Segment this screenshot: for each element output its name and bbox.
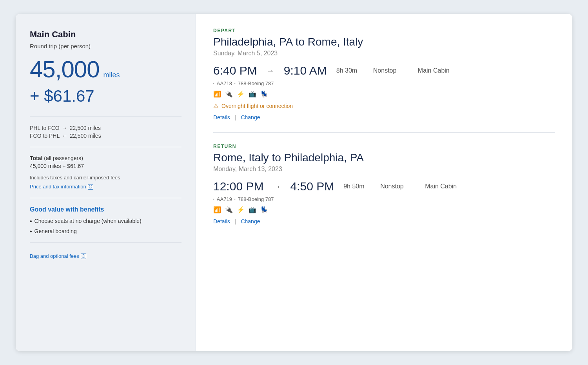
miles-label: miles (103, 71, 120, 79)
usb-icon: ⚡ (237, 90, 245, 98)
depart-tag: DEPART (213, 28, 555, 33)
return-action-links: Details | Change (213, 218, 555, 224)
return-section: RETURN Rome, Italy to Philadelphia, PA M… (213, 144, 555, 224)
depart-route-title: Philadelphia, PA to Rome, Italy (213, 36, 555, 48)
return-flight-number: AA719 (217, 196, 232, 202)
power-icon: 🔌 (225, 90, 233, 98)
return-change-link[interactable]: Change (241, 218, 260, 224)
depart-duration: 8h 30m (336, 67, 364, 74)
pipe-separator: | (235, 114, 236, 120)
depart-cabin: Main Cabin (418, 67, 450, 74)
depart-depart-time: 6:40 PM (213, 64, 257, 77)
return-details-link[interactable]: Details (213, 218, 230, 224)
price-tax-link[interactable]: Price and tax information ⬡ (30, 184, 93, 190)
outbound-miles: 22,500 miles (70, 125, 101, 131)
return-flight-info: ▪ AA719 ▪ 788-Boeing 787 (213, 196, 555, 202)
seat-icon: 💺 (260, 90, 268, 98)
return-entertainment-icon: 📺 (249, 206, 256, 214)
return-tag: RETURN (213, 144, 555, 149)
divider-1 (30, 117, 181, 117)
route-line-return: FCO to PHL ← 22,500 miles (30, 133, 181, 139)
cabin-title: Main Cabin (30, 29, 181, 40)
bag-fees-link[interactable]: Bag and optional fees ⬡ (30, 253, 86, 259)
route-breakdown: PHL to FCO → 22,500 miles FCO to PHL ← 2… (30, 125, 181, 139)
return-seat-icon: 💺 (260, 206, 268, 214)
return-aircraft: 788-Boeing 787 (238, 196, 274, 202)
return-depart-time: 12:00 PM (213, 180, 263, 193)
miles-number: 45,000 (30, 56, 100, 83)
depart-action-links: Details | Change (213, 114, 555, 120)
depart-aircraft: 788-Boeing 787 (238, 80, 274, 86)
trip-type: Round trip (per person) (30, 43, 181, 49)
return-route: FCO to PHL (30, 133, 60, 139)
return-pipe-separator: | (235, 218, 236, 224)
total-label: Total (all passengers) (30, 155, 181, 161)
divider-2 (30, 147, 181, 147)
total-section: Total (all passengers) 45,000 miles + $6… (30, 155, 181, 169)
return-arrive-time: 4:50 PM (290, 180, 334, 193)
return-wifi-icon: 📶 (213, 206, 221, 214)
entertainment-icon: 📺 (249, 90, 256, 98)
section-divider (213, 132, 555, 133)
route-line-outbound: PHL to FCO → 22,500 miles (30, 125, 181, 131)
return-arrow-icon: → (273, 182, 281, 191)
bag-external-link-icon: ⬡ (81, 254, 86, 259)
tax-note: Includes taxes and carrier-imposed fees (30, 175, 181, 181)
fee-amount: + $61.67 (30, 87, 181, 106)
total-passengers: (all passengers) (44, 155, 83, 161)
return-amenities: 📶 🔌 ⚡ 📺 💺 (213, 206, 555, 214)
divider-3 (30, 198, 181, 198)
return-cabin: Main Cabin (425, 183, 457, 190)
outbound-arrow: → (62, 125, 67, 131)
return-route-title: Rome, Italy to Philadelphia, PA (213, 151, 555, 164)
miles-row: 45,000 miles (30, 56, 181, 83)
return-miles: 22,500 miles (70, 133, 101, 139)
overnight-warning: ⚠ Overnight flight or connection (213, 102, 555, 110)
pricing-panel: Main Cabin Round trip (per person) 45,00… (16, 14, 196, 351)
flights-panel: DEPART Philadelphia, PA to Rome, Italy S… (196, 14, 572, 351)
depart-flight-info: ▪ AA718 ▪ 788-Boeing 787 (213, 80, 555, 86)
benefits-section: Good value with benefits • Choose seats … (30, 206, 181, 235)
depart-time-row: 6:40 PM → 9:10 AM 8h 30m Nonstop Main Ca… (213, 64, 555, 77)
divider-4 (30, 243, 181, 243)
return-power-icon: 🔌 (225, 206, 233, 214)
wifi-icon: 📶 (213, 90, 221, 98)
depart-amenities: 📶 🔌 ⚡ 📺 💺 (213, 90, 555, 98)
depart-arrive-time: 9:10 AM (284, 64, 327, 77)
benefits-title: Good value with benefits (30, 206, 181, 213)
warning-triangle-icon: ⚠ (213, 102, 218, 110)
depart-flight-number: AA718 (217, 80, 232, 86)
return-nonstop: Nonstop (380, 183, 416, 190)
return-arrow: ← (62, 133, 67, 139)
total-value: 45,000 miles + $61.67 (30, 163, 181, 169)
benefit-1: • Choose seats at no charge (when availa… (30, 218, 181, 225)
depart-nonstop: Nonstop (373, 67, 408, 74)
depart-details-link[interactable]: Details (213, 114, 230, 120)
return-usb-icon: ⚡ (237, 206, 245, 214)
bullet-2: • (30, 228, 32, 235)
outbound-route: PHL to FCO (30, 125, 60, 131)
return-date: Monday, March 13, 2023 (213, 166, 555, 173)
depart-section: DEPART Philadelphia, PA to Rome, Italy S… (213, 28, 555, 120)
bullet-1: • (30, 218, 32, 225)
return-time-row: 12:00 PM → 4:50 PM 9h 50m Nonstop Main C… (213, 180, 555, 193)
flight-summary-card: Main Cabin Round trip (per person) 45,00… (16, 14, 572, 351)
return-duration: 9h 50m (343, 183, 371, 190)
depart-arrow-icon: → (267, 66, 274, 75)
external-link-icon: ⬡ (88, 184, 93, 190)
depart-change-link[interactable]: Change (241, 114, 260, 120)
bag-fees-section: Bag and optional fees ⬡ (30, 252, 181, 259)
depart-date: Sunday, March 5, 2023 (213, 50, 555, 57)
benefit-2: • General boarding (30, 228, 181, 235)
